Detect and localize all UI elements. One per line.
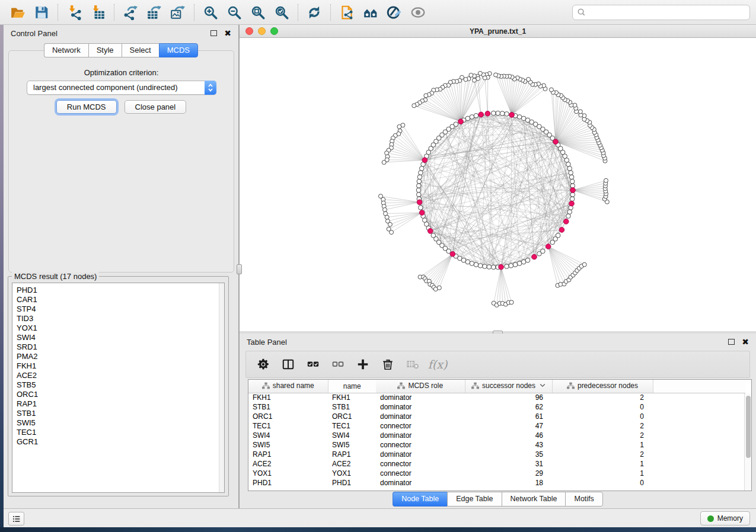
table-toolbar: f(x) <box>245 351 750 378</box>
network-column-icon <box>567 382 575 391</box>
mcds-result-node[interactable]: STB1 <box>17 409 224 418</box>
save-session-button[interactable] <box>30 2 53 23</box>
apply-function-button[interactable]: f(x) <box>429 355 446 374</box>
select-all-button[interactable] <box>304 355 322 374</box>
table-row[interactable]: ORC1ORC1dominator610 <box>248 412 745 421</box>
table-cell-role: dominator <box>376 478 465 488</box>
mcds-result-node[interactable]: STP4 <box>17 305 224 314</box>
add-column-button[interactable] <box>354 355 372 374</box>
column-header-shared-name[interactable]: shared name <box>248 380 328 393</box>
column-header-predecessor-nodes[interactable]: predecessor nodes <box>552 380 653 393</box>
close-window-icon[interactable] <box>245 27 253 35</box>
close-panel-icon[interactable]: ✖ <box>224 29 231 37</box>
run-mcds-button[interactable]: Run MCDS <box>56 100 117 114</box>
float-panel-icon[interactable] <box>210 30 217 36</box>
table-row[interactable]: RAP1RAP1dominator352 <box>248 450 745 459</box>
table-row[interactable]: TEC1TEC1connector472 <box>248 421 745 431</box>
mcds-result-node[interactable]: SRD1 <box>17 342 224 352</box>
table-cell-name: ORC1 <box>328 412 376 421</box>
table-row[interactable]: STB1STB1dominator620 <box>248 402 745 412</box>
network-canvas[interactable] <box>240 38 755 331</box>
mcds-result-node[interactable]: RAP1 <box>17 399 224 409</box>
vertical-splitter-handle[interactable] <box>237 264 242 274</box>
tab-motifs[interactable]: Motifs <box>565 492 602 507</box>
mcds-result-title: MCDS result (17 nodes) <box>12 272 99 281</box>
table-row[interactable]: FKH1FKH1dominator962 <box>248 393 745 402</box>
mcds-result-node[interactable]: TEC1 <box>17 428 224 437</box>
zoom-fit-button[interactable] <box>246 2 270 23</box>
mcds-result-node[interactable]: ORC1 <box>17 390 224 399</box>
table-scrollbar[interactable] <box>744 393 751 491</box>
mcds-result-node[interactable]: SWI4 <box>17 333 224 342</box>
mcds-result-node[interactable]: ACE2 <box>17 371 224 380</box>
task-history-button[interactable] <box>8 512 24 525</box>
close-panel-button[interactable]: Close panel <box>125 100 187 114</box>
tab-style[interactable]: Style <box>88 43 122 57</box>
share-network-icon <box>339 5 355 20</box>
mcds-result-node[interactable]: GCR1 <box>17 437 224 447</box>
mcds-result-list[interactable]: PHD1CAR1STP4TID3YOX1SWI4SRD1PMA2FKH1ACE2… <box>12 283 225 493</box>
optimization-criterion-select[interactable]: largest connected component (undirected) <box>27 81 216 95</box>
column-header-successor-nodes[interactable]: successor nodes <box>465 380 552 393</box>
table-row[interactable]: SWI5SWI5connector431 <box>248 440 745 450</box>
table-cell-shared-name: PHD1 <box>248 478 328 488</box>
mcds-result-node[interactable]: TID3 <box>17 314 224 323</box>
table-cell-successors: 43 <box>465 440 552 450</box>
table-cell-shared-name: RAP1 <box>248 450 328 459</box>
zoom-in-icon <box>203 5 218 20</box>
table-settings-button[interactable] <box>254 355 272 374</box>
zoom-in-button[interactable] <box>199 2 222 23</box>
float-table-panel-icon[interactable] <box>728 339 735 345</box>
delete-table-button[interactable] <box>404 355 422 374</box>
mcds-result-node[interactable]: SWI5 <box>17 418 224 428</box>
zoom-selected-button[interactable] <box>270 2 294 23</box>
maximize-window-icon[interactable] <box>270 27 278 35</box>
mcds-result-node[interactable]: FKH1 <box>17 361 224 371</box>
tab-select[interactable]: Select <box>122 43 159 57</box>
table-row[interactable]: YOX1YOX1connector291 <box>248 469 745 478</box>
import-table-button[interactable] <box>86 2 110 23</box>
select-all-icon <box>307 358 320 371</box>
minimize-window-icon[interactable] <box>258 27 266 35</box>
optimization-criterion-label: Optimization criterion: <box>9 68 234 77</box>
mcds-result-node[interactable]: PHD1 <box>17 286 224 295</box>
column-header-name[interactable]: name <box>328 380 376 393</box>
column-menu-chevron-icon[interactable] <box>540 381 546 389</box>
show-columns-button[interactable] <box>279 355 297 374</box>
tab-network[interactable]: Network <box>44 43 88 57</box>
show-graphics-details-button[interactable] <box>406 2 430 23</box>
table-cell-successors: 61 <box>465 412 552 421</box>
export-network-button[interactable] <box>119 2 142 23</box>
zoom-out-button[interactable] <box>222 2 246 23</box>
tab-edge-table[interactable]: Edge Table <box>447 492 501 507</box>
toolbar-separator <box>298 4 298 21</box>
tab-network-table[interactable]: Network Table <box>502 492 566 507</box>
tab-mcds[interactable]: MCDS <box>159 43 198 57</box>
deselect-all-button[interactable] <box>329 355 347 374</box>
window-controls <box>245 27 278 35</box>
mcds-result-node[interactable]: CAR1 <box>17 295 224 305</box>
table-row[interactable]: SWI4SWI4dominator462 <box>248 431 745 440</box>
open-file-button[interactable] <box>6 2 30 23</box>
mcds-result-node[interactable]: YOX1 <box>17 323 224 333</box>
vizmap-button[interactable] <box>382 2 406 23</box>
table-scrollbar-thumb[interactable] <box>746 396 751 458</box>
export-image-button[interactable] <box>166 2 190 23</box>
delete-column-button[interactable] <box>379 355 397 374</box>
search-input[interactable] <box>588 8 745 17</box>
export-table-button[interactable] <box>142 2 166 23</box>
table-cell-predecessors: 2 <box>552 431 653 440</box>
refresh-layout-button[interactable] <box>302 2 326 23</box>
table-row[interactable]: ACE2ACE2connector311 <box>248 459 745 469</box>
mcds-result-node[interactable]: STB5 <box>17 380 224 390</box>
search-objects-button[interactable] <box>359 2 382 23</box>
close-table-panel-icon[interactable]: ✖ <box>742 338 749 346</box>
mcds-result-scrollbar[interactable] <box>219 283 224 492</box>
column-header-mcds-role[interactable]: MCDS role <box>376 380 465 393</box>
table-row[interactable]: PHD1PHD1dominator180 <box>248 478 745 488</box>
import-network-button[interactable] <box>62 2 86 23</box>
mcds-result-node[interactable]: PMA2 <box>17 352 224 361</box>
share-network-button[interactable] <box>335 2 359 23</box>
memory-button[interactable]: Memory <box>700 511 750 525</box>
tab-node-table[interactable]: Node Table <box>393 492 447 507</box>
